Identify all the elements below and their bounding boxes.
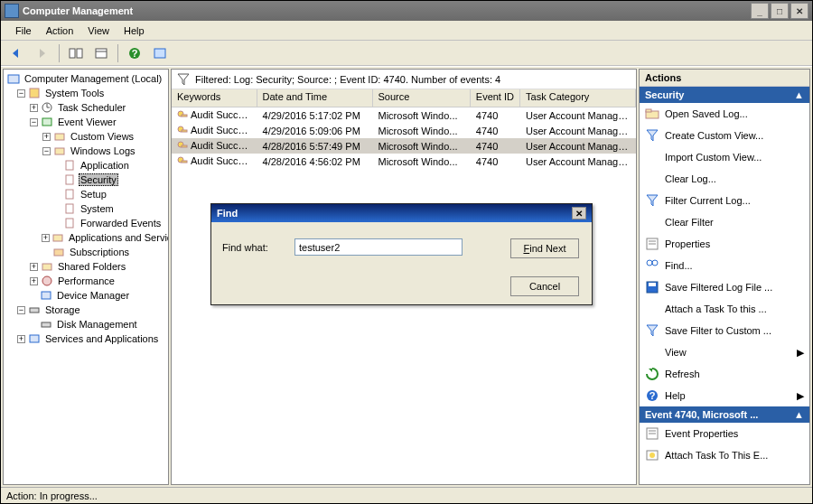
action-attach-task-to-this-e[interactable]: Attach Task To This E... bbox=[640, 444, 809, 466]
action-label: Find... bbox=[665, 260, 693, 271]
column-taskcategory[interactable]: Task Category bbox=[520, 89, 636, 107]
action-label: Refresh bbox=[665, 369, 700, 379]
action-icon bbox=[645, 323, 659, 338]
action-refresh[interactable]: Refresh bbox=[640, 363, 809, 385]
action-open-saved-log[interactable]: Open Saved Log... bbox=[640, 103, 809, 125]
action-icon bbox=[645, 367, 659, 381]
action-icon bbox=[645, 302, 659, 316]
forward-button[interactable] bbox=[32, 43, 53, 63]
svg-text:?: ? bbox=[132, 48, 138, 59]
action-import-custom-view[interactable]: Import Custom View... bbox=[640, 146, 809, 168]
back-button[interactable] bbox=[6, 43, 28, 63]
window-buttons: _ □ ✕ bbox=[751, 3, 808, 19]
action-label: Clear Filter bbox=[665, 217, 714, 228]
find-close-button[interactable]: ✕ bbox=[572, 207, 586, 219]
tree-event-viewer[interactable]: −Event Viewer bbox=[7, 115, 168, 129]
expand-icon[interactable]: + bbox=[30, 277, 38, 285]
tree-log-application[interactable]: Application bbox=[7, 158, 168, 173]
svg-rect-8 bbox=[30, 89, 39, 98]
column-datetime[interactable]: Date and Time bbox=[257, 89, 373, 107]
tree-services-apps[interactable]: +Services and Applications bbox=[7, 331, 168, 346]
action-event-properties[interactable]: Event Properties bbox=[640, 423, 809, 444]
close-button[interactable]: ✕ bbox=[790, 3, 808, 19]
tree-shared-folders[interactable]: +Shared Folders bbox=[7, 259, 168, 274]
tree-log-security[interactable]: Security bbox=[7, 173, 168, 187]
expand-icon[interactable]: + bbox=[17, 335, 25, 343]
svg-rect-19 bbox=[66, 219, 73, 228]
collapse-icon[interactable]: − bbox=[17, 306, 25, 314]
menu-view[interactable]: View bbox=[80, 23, 117, 38]
help-button[interactable]: ? bbox=[124, 43, 145, 63]
svg-rect-22 bbox=[42, 264, 51, 270]
tree-device-manager[interactable]: Device Manager bbox=[7, 288, 168, 303]
action-filter-current-log[interactable]: Filter Current Log... bbox=[640, 190, 809, 211]
expand-icon[interactable]: + bbox=[30, 263, 38, 271]
action-clear-filter[interactable]: Clear Filter bbox=[640, 211, 809, 233]
tree-storage[interactable]: −Storage bbox=[7, 303, 168, 317]
tree-log-forwarded[interactable]: Forwarded Events bbox=[7, 216, 168, 230]
actions-list-1: Open Saved Log...Create Custom View...Im… bbox=[640, 103, 809, 406]
action-properties[interactable]: Properties bbox=[640, 233, 809, 255]
action-clear-log[interactable]: Clear Log... bbox=[640, 168, 809, 190]
maximize-button[interactable]: □ bbox=[771, 3, 789, 19]
collapse-icon[interactable]: − bbox=[30, 118, 38, 126]
submenu-arrow-icon: ▶ bbox=[797, 390, 804, 402]
tree-performance[interactable]: +Performance bbox=[7, 274, 168, 288]
action-view[interactable]: View▶ bbox=[640, 341, 809, 363]
find-input[interactable] bbox=[294, 238, 463, 256]
action-label: Create Custom View... bbox=[665, 130, 763, 141]
menu-action[interactable]: Action bbox=[39, 23, 81, 38]
event-row[interactable]: Audit Success4/29/2016 5:17:02 PMMicroso… bbox=[172, 107, 636, 123]
tree-task-scheduler[interactable]: +Task Scheduler bbox=[7, 100, 168, 115]
actions-pane: Actions Security ▲ Open Saved Log...Crea… bbox=[639, 69, 810, 485]
column-source[interactable]: Source bbox=[373, 89, 471, 107]
svg-rect-25 bbox=[30, 308, 39, 313]
expand-icon[interactable]: + bbox=[42, 133, 51, 141]
action-icon bbox=[645, 448, 659, 462]
action-help[interactable]: ?Help▶ bbox=[640, 385, 809, 406]
toolbar-button-a[interactable] bbox=[65, 43, 87, 63]
collapse-icon[interactable]: − bbox=[42, 147, 51, 155]
menu-file[interactable]: File bbox=[8, 23, 39, 38]
collapse-icon[interactable]: ▲ bbox=[794, 89, 804, 100]
menu-help[interactable]: Help bbox=[117, 23, 152, 38]
action-icon bbox=[645, 172, 659, 186]
action-find[interactable]: Find... bbox=[640, 255, 809, 276]
action-save-filtered-log-file[interactable]: Save Filtered Log File ... bbox=[640, 276, 809, 298]
action-create-custom-view[interactable]: Create Custom View... bbox=[640, 125, 809, 146]
minimize-button[interactable]: _ bbox=[751, 3, 769, 19]
column-eventid[interactable]: Event ID bbox=[471, 89, 520, 107]
toolbar-button-c[interactable] bbox=[149, 43, 171, 63]
tree-system-tools[interactable]: −System Tools bbox=[7, 86, 168, 100]
expand-icon[interactable]: + bbox=[42, 234, 50, 242]
expand-icon[interactable]: + bbox=[30, 104, 38, 112]
collapse-icon[interactable]: ▲ bbox=[794, 409, 804, 420]
svg-rect-6 bbox=[154, 49, 165, 58]
find-cancel-button[interactable]: Cancel bbox=[510, 276, 579, 296]
tree-custom-views[interactable]: +Custom Views bbox=[7, 129, 168, 144]
svg-rect-21 bbox=[54, 249, 63, 256]
action-attach-a-task-to-this[interactable]: Attach a Task To this ... bbox=[640, 298, 809, 320]
toolbar-button-b[interactable] bbox=[90, 43, 112, 63]
tree-windows-logs[interactable]: −Windows Logs bbox=[7, 144, 168, 158]
find-next-button[interactable]: Find Next bbox=[510, 238, 579, 258]
action-save-filter-to-custom[interactable]: Save Filter to Custom ... bbox=[640, 320, 809, 341]
menubar: File Action View Help bbox=[1, 21, 812, 41]
svg-rect-12 bbox=[42, 118, 51, 126]
svg-rect-17 bbox=[66, 190, 73, 199]
action-icon bbox=[645, 150, 659, 164]
tree-app-services-logs[interactable]: +Applications and Services Logs bbox=[7, 230, 168, 245]
event-row[interactable]: Audit Success4/28/2016 5:57:49 PMMicroso… bbox=[172, 138, 636, 154]
event-row[interactable]: Audit Success4/29/2016 5:09:06 PMMicroso… bbox=[172, 123, 636, 138]
svg-rect-24 bbox=[42, 292, 51, 299]
tree-root[interactable]: Computer Management (Local) bbox=[7, 71, 168, 86]
event-row[interactable]: Audit Success4/28/2016 4:56:02 PMMicroso… bbox=[172, 154, 636, 169]
tree-subscriptions[interactable]: Subscriptions bbox=[7, 245, 168, 259]
collapse-icon[interactable]: − bbox=[17, 89, 25, 98]
action-label: Save Filter to Custom ... bbox=[665, 325, 771, 336]
find-label: Find what: bbox=[222, 242, 285, 253]
tree-log-system[interactable]: System bbox=[7, 201, 168, 216]
column-keywords[interactable]: Keywords bbox=[172, 89, 257, 107]
tree-disk-management[interactable]: Disk Management bbox=[7, 317, 168, 331]
tree-log-setup[interactable]: Setup bbox=[7, 187, 168, 201]
